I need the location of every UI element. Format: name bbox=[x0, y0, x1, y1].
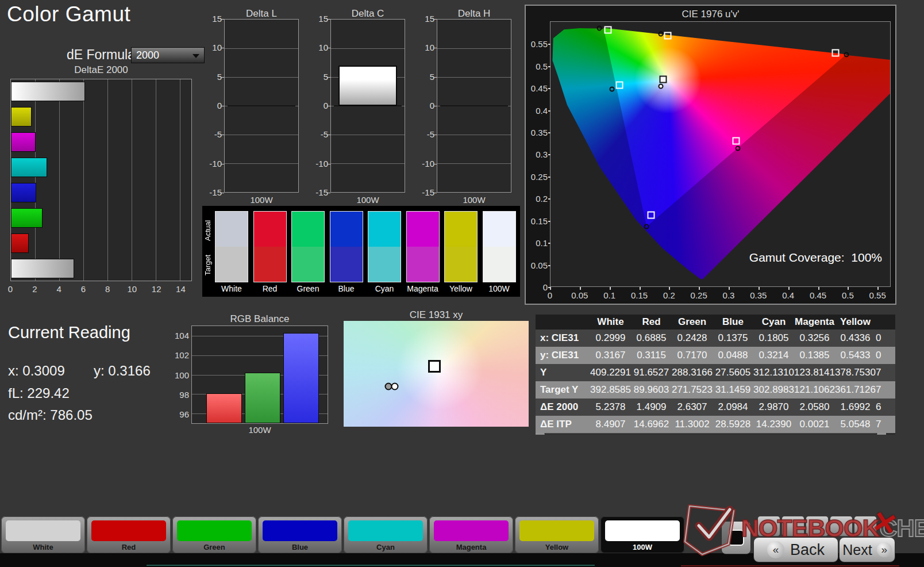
target-marker-cyan bbox=[615, 82, 623, 89]
tick-mark bbox=[729, 287, 730, 290]
cie1976-title: CIE 1976 u'v' bbox=[526, 9, 895, 20]
table-cell: 14.6962 bbox=[631, 416, 672, 433]
back-button-label: Back bbox=[790, 541, 825, 559]
zero-line bbox=[440, 105, 508, 106]
table-cell: 392.8585 bbox=[590, 381, 631, 399]
target-swatch bbox=[330, 247, 363, 282]
delta_c-title: Delta C bbox=[330, 8, 405, 20]
x-tick-label: 0.45 bbox=[806, 290, 831, 300]
tick-mark bbox=[328, 106, 330, 106]
next-button[interactable]: Next » bbox=[839, 537, 895, 562]
rgb-balance-chart bbox=[191, 325, 328, 424]
cie1931-title: CIE 1931 xy bbox=[344, 309, 529, 321]
color-patch-button-white[interactable]: White bbox=[1, 516, 85, 553]
target-marker-red bbox=[831, 49, 839, 57]
y-tick-label: -5 bbox=[309, 129, 328, 139]
x-tick-label: 0 bbox=[6, 284, 15, 294]
swatch-column-magenta: Magenta bbox=[406, 211, 440, 293]
stop-button[interactable] bbox=[721, 521, 751, 554]
delta-l-chart: Delta L151050-5-10-15100W bbox=[202, 0, 303, 207]
back-button[interactable]: « Back bbox=[753, 537, 838, 562]
y-tick-label: 5 bbox=[309, 72, 328, 82]
bar-row-yellow bbox=[11, 107, 191, 127]
tick-mark bbox=[548, 110, 550, 112]
table-cell: 28.5928 bbox=[713, 416, 753, 433]
color-patch-button-yellow[interactable]: Yellow bbox=[515, 516, 599, 553]
table-cell: 0.6885 bbox=[631, 330, 672, 347]
table-cell: 8.4907 bbox=[590, 416, 631, 433]
y-tick-label: 0.2 bbox=[527, 194, 548, 204]
swatch-column-yellow: Yellow bbox=[444, 211, 478, 293]
table-cell: 0.0021 bbox=[794, 416, 835, 433]
tick-mark bbox=[328, 135, 330, 135]
color-patch-swatch bbox=[348, 520, 423, 541]
gamut-coverage-label: Gamut Coverage: bbox=[749, 251, 845, 264]
tick-mark bbox=[818, 287, 819, 290]
y-tick-label: 15 bbox=[415, 14, 434, 24]
tick-mark bbox=[434, 193, 437, 193]
cie1976-panel: CIE 1976 u'v' Gamut Coverage: 100% 0.550… bbox=[525, 5, 896, 305]
x-tick-label: 0.2 bbox=[656, 290, 682, 300]
cie1976-plot: Gamut Coverage: 100% bbox=[550, 21, 891, 287]
color-patch-button-red[interactable]: Red bbox=[87, 516, 171, 553]
toolbar-button[interactable] bbox=[781, 516, 804, 537]
table-cell: 0.3214 bbox=[753, 347, 794, 364]
bar-100w bbox=[11, 82, 85, 101]
x-tick-label: 4 bbox=[55, 284, 64, 294]
row-label: Target Y bbox=[536, 381, 590, 399]
column-header: Magenta bbox=[794, 315, 835, 330]
delta_c-plot bbox=[330, 19, 405, 193]
toolbar-button[interactable] bbox=[757, 516, 780, 537]
delta_c-x-label: 100W bbox=[330, 195, 405, 205]
swatch-name: White bbox=[215, 284, 248, 293]
color-patch-button-100w[interactable]: 100W bbox=[600, 516, 684, 553]
color-patch-swatch bbox=[519, 520, 594, 541]
tick-mark bbox=[328, 193, 330, 193]
table-cell: 121.1062 bbox=[794, 381, 835, 399]
delta_l-plot bbox=[224, 19, 299, 193]
color-patch-button-magenta[interactable]: Magenta bbox=[429, 516, 513, 553]
target-marker-green bbox=[604, 26, 611, 33]
target-marker-magenta bbox=[733, 137, 740, 144]
table-row: y: CIE310.31670.31150.71700.04880.32140.… bbox=[536, 347, 895, 364]
y-tick-label: 0.15 bbox=[527, 216, 548, 226]
tick-mark bbox=[669, 287, 670, 290]
row-label: ΔE 2000 bbox=[536, 399, 590, 416]
delta-h-chart: Delta H151050-5-10-15100W bbox=[415, 0, 516, 207]
swatch-column-cyan: Cyan bbox=[368, 211, 401, 293]
y-tick-label: 0.1 bbox=[527, 238, 548, 248]
page-title: Color Gamut bbox=[7, 2, 130, 26]
de-formula-dropdown[interactable]: 2000 bbox=[131, 47, 205, 63]
color-patch-button-blue[interactable]: Blue bbox=[258, 516, 342, 553]
table-cell: 1.6992 bbox=[835, 399, 876, 416]
stop-icon bbox=[729, 531, 743, 545]
table-cell-clipped: 7 bbox=[876, 381, 884, 399]
toolbar-button[interactable] bbox=[806, 516, 829, 537]
color-patch-label: White bbox=[1, 543, 85, 551]
table-cell: 288.3166 bbox=[672, 364, 713, 381]
bar-blue bbox=[11, 183, 36, 202]
toolbar-button[interactable] bbox=[830, 516, 853, 537]
table-cell: 378.7530 bbox=[835, 364, 876, 381]
y-tick-label: 0.25 bbox=[527, 172, 548, 182]
target-row-label: Target bbox=[203, 248, 213, 282]
measured-marker-cyan bbox=[610, 87, 615, 92]
table-cell: 361.7126 bbox=[835, 381, 876, 399]
delta-c-chart: Delta C151050-5-10-15100W bbox=[309, 0, 410, 207]
table-cell: 5.2378 bbox=[590, 399, 631, 416]
table-cell: 1.4909 bbox=[631, 399, 672, 416]
table-cell: 123.8141 bbox=[794, 364, 835, 381]
y-tick-label: 0.5 bbox=[527, 62, 548, 71]
y-tick-label: 100 bbox=[171, 370, 189, 380]
bar-white bbox=[11, 259, 74, 278]
toolbar-button[interactable] bbox=[854, 516, 877, 537]
color-patch-button-green[interactable]: Green bbox=[172, 516, 256, 553]
bar-row-blue bbox=[11, 183, 191, 202]
color-patch-button-cyan[interactable]: Cyan bbox=[344, 516, 428, 553]
delta_h-title: Delta H bbox=[437, 8, 511, 20]
x-tick-label: 6 bbox=[79, 284, 88, 294]
table-cell: 2.0984 bbox=[713, 399, 753, 416]
table-cell: 11.3002 bbox=[672, 416, 713, 433]
gridline bbox=[225, 48, 298, 49]
table-cell: 2.6307 bbox=[672, 399, 713, 416]
